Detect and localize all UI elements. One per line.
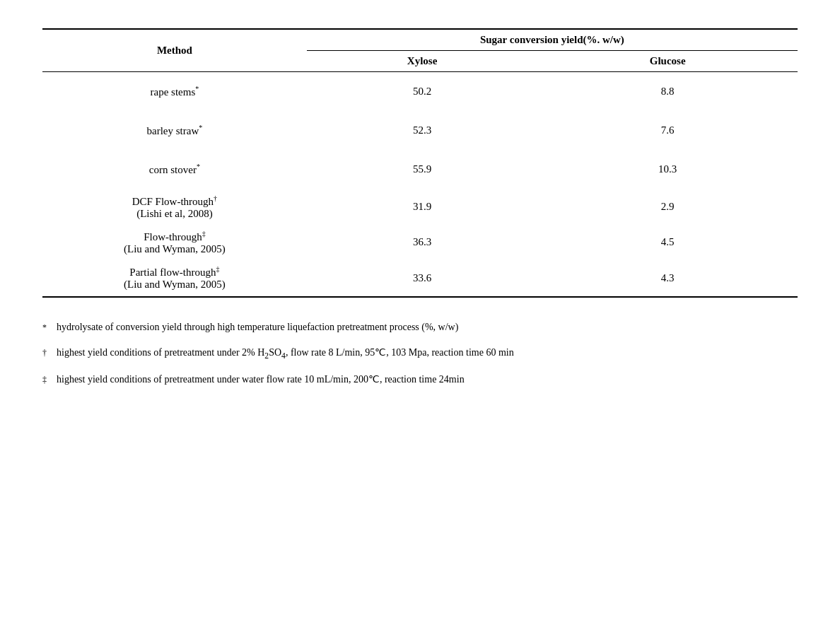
xylose-cell: 33.6: [307, 259, 538, 297]
xylose-header: Xylose: [307, 51, 538, 72]
table-row: Flow-through‡ (Liu and Wyman, 2005) 36.3…: [42, 224, 798, 259]
table-row: rape stems* 50.2 8.8: [42, 72, 798, 112]
glucose-cell: 2.9: [537, 189, 798, 224]
table-row: corn stover* 55.9 10.3: [42, 150, 798, 189]
data-table: Method Sugar conversion yield(%. w/w) Xy…: [42, 28, 798, 298]
xylose-cell: 31.9: [307, 189, 538, 224]
sup-symbol: *: [199, 124, 202, 132]
sup-symbol: †: [214, 194, 217, 202]
method-cell: Partial flow-through‡ (Liu and Wyman, 20…: [42, 259, 307, 297]
xylose-cell: 55.9: [307, 150, 538, 189]
table-row: barley straw* 52.3 7.6: [42, 111, 798, 150]
group-header: Sugar conversion yield(%. w/w): [307, 29, 798, 51]
glucose-cell: 4.3: [537, 259, 798, 297]
sup-symbol: *: [195, 85, 199, 93]
table-header-row-top: Method Sugar conversion yield(%. w/w): [42, 29, 798, 51]
footnote-symbol: †: [42, 344, 57, 360]
table-row: DCF Flow-through† (Lishi et al, 2008) 31…: [42, 189, 798, 224]
method-cell: Flow-through‡ (Liu and Wyman, 2005): [42, 224, 307, 259]
footnote-item: † highest yield conditions of pretreatme…: [42, 344, 798, 363]
footnotes-section: * hydrolysate of conversion yield throug…: [42, 319, 798, 388]
method-cell: DCF Flow-through† (Lishi et al, 2008): [42, 189, 307, 224]
method-header: Method: [42, 29, 307, 72]
glucose-cell: 8.8: [537, 72, 798, 112]
method-cell: corn stover*: [42, 150, 307, 189]
xylose-cell: 50.2: [307, 72, 538, 112]
method-cell: rape stems*: [42, 72, 307, 112]
footnote-item: * hydrolysate of conversion yield throug…: [42, 319, 798, 336]
table-row: Partial flow-through‡ (Liu and Wyman, 20…: [42, 259, 798, 297]
glucose-cell: 7.6: [537, 111, 798, 150]
method-reference: (Lishi et al, 2008): [136, 208, 212, 219]
sup-symbol: ‡: [202, 230, 206, 238]
glucose-header: Glucose: [537, 51, 798, 72]
method-cell: barley straw*: [42, 111, 307, 150]
glucose-cell: 4.5: [537, 224, 798, 259]
main-table-container: Method Sugar conversion yield(%. w/w) Xy…: [42, 28, 798, 298]
footnote-text: hydrolysate of conversion yield through …: [57, 319, 798, 336]
footnote-symbol: *: [42, 319, 57, 334]
sup-symbol: *: [197, 163, 200, 170]
xylose-cell: 52.3: [307, 111, 538, 150]
sup-symbol: ‡: [216, 265, 219, 273]
xylose-cell: 36.3: [307, 224, 538, 259]
method-reference: (Liu and Wyman, 2005): [124, 243, 226, 255]
footnote-symbol: ‡: [42, 371, 57, 387]
footnote-text: highest yield conditions of pretreatment…: [57, 371, 798, 388]
footnote-text: highest yield conditions of pretreatment…: [57, 344, 798, 363]
method-reference: (Liu and Wyman, 2005): [124, 279, 226, 290]
glucose-cell: 10.3: [537, 150, 798, 189]
footnote-item: ‡ highest yield conditions of pretreatme…: [42, 371, 798, 388]
